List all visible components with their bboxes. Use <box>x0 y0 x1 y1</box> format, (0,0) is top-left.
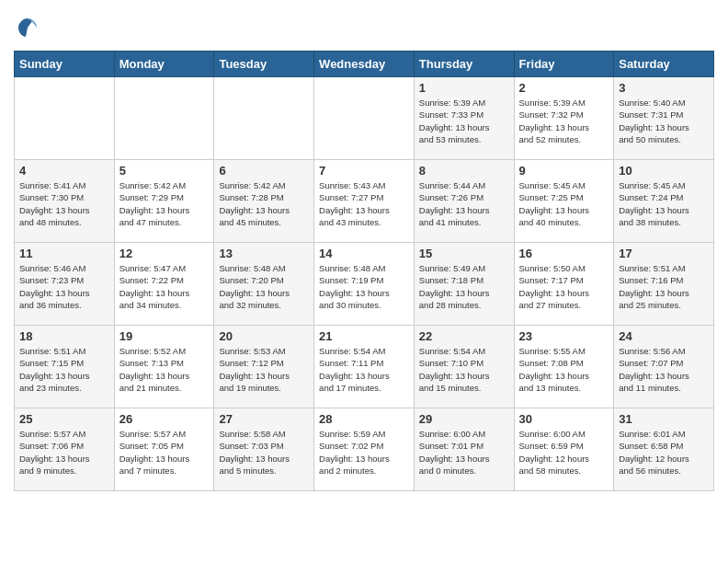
header-monday: Monday <box>114 52 214 77</box>
logo-icon <box>14 14 41 41</box>
calendar-cell: 16Sunrise: 5:50 AM Sunset: 7:17 PM Dayli… <box>514 243 614 326</box>
day-detail: Sunrise: 5:46 AM Sunset: 7:23 PM Dayligh… <box>19 262 109 311</box>
day-number: 8 <box>419 164 509 178</box>
day-number: 13 <box>219 247 309 260</box>
day-detail: Sunrise: 5:55 AM Sunset: 7:08 PM Dayligh… <box>519 345 609 394</box>
calendar-cell: 1Sunrise: 5:39 AM Sunset: 7:33 PM Daylig… <box>414 77 514 160</box>
calendar-cell <box>214 77 314 160</box>
day-number: 20 <box>219 329 309 343</box>
day-detail: Sunrise: 5:47 AM Sunset: 7:22 PM Dayligh… <box>119 262 210 311</box>
week-row-3: 11Sunrise: 5:46 AM Sunset: 7:23 PM Dayli… <box>15 243 714 326</box>
day-number: 12 <box>119 247 210 260</box>
day-detail: Sunrise: 5:48 AM Sunset: 7:20 PM Dayligh… <box>219 262 309 311</box>
calendar-table: SundayMondayTuesdayWednesdayThursdayFrid… <box>14 51 714 491</box>
calendar-cell: 8Sunrise: 5:44 AM Sunset: 7:26 PM Daylig… <box>414 160 514 243</box>
day-detail: Sunrise: 5:39 AM Sunset: 7:33 PM Dayligh… <box>419 97 509 145</box>
calendar-cell: 10Sunrise: 5:45 AM Sunset: 7:24 PM Dayli… <box>614 160 714 243</box>
day-detail: Sunrise: 5:57 AM Sunset: 7:06 PM Dayligh… <box>19 428 109 477</box>
day-number: 17 <box>619 247 709 260</box>
day-number: 16 <box>519 247 609 260</box>
day-detail: Sunrise: 5:48 AM Sunset: 7:19 PM Dayligh… <box>319 262 409 311</box>
calendar-cell: 14Sunrise: 5:48 AM Sunset: 7:19 PM Dayli… <box>314 243 415 326</box>
calendar-cell <box>15 77 115 160</box>
day-detail: Sunrise: 5:51 AM Sunset: 7:16 PM Dayligh… <box>619 262 709 311</box>
day-detail: Sunrise: 5:56 AM Sunset: 7:07 PM Dayligh… <box>619 345 709 394</box>
calendar-cell: 12Sunrise: 5:47 AM Sunset: 7:22 PM Dayli… <box>114 243 214 326</box>
calendar-cell: 7Sunrise: 5:43 AM Sunset: 7:27 PM Daylig… <box>314 160 415 243</box>
calendar-cell: 13Sunrise: 5:48 AM Sunset: 7:20 PM Dayli… <box>214 243 314 326</box>
calendar-cell: 21Sunrise: 5:54 AM Sunset: 7:11 PM Dayli… <box>314 326 415 408</box>
calendar-cell <box>114 77 214 160</box>
day-detail: Sunrise: 5:41 AM Sunset: 7:30 PM Dayligh… <box>19 179 109 228</box>
day-detail: Sunrise: 5:49 AM Sunset: 7:18 PM Dayligh… <box>419 262 509 311</box>
day-detail: Sunrise: 5:43 AM Sunset: 7:27 PM Dayligh… <box>319 179 409 228</box>
day-detail: Sunrise: 5:50 AM Sunset: 7:17 PM Dayligh… <box>519 262 609 311</box>
calendar-cell: 17Sunrise: 5:51 AM Sunset: 7:16 PM Dayli… <box>614 243 714 326</box>
day-detail: Sunrise: 5:57 AM Sunset: 7:05 PM Dayligh… <box>119 428 210 477</box>
day-number: 24 <box>619 329 709 343</box>
day-detail: Sunrise: 5:42 AM Sunset: 7:29 PM Dayligh… <box>119 179 210 228</box>
day-number: 1 <box>419 81 509 95</box>
day-number: 27 <box>219 412 309 426</box>
week-row-2: 4Sunrise: 5:41 AM Sunset: 7:30 PM Daylig… <box>15 160 714 243</box>
day-number: 4 <box>19 164 109 178</box>
day-number: 9 <box>519 164 609 178</box>
day-detail: Sunrise: 5:58 AM Sunset: 7:03 PM Dayligh… <box>219 428 309 477</box>
day-detail: Sunrise: 5:45 AM Sunset: 7:25 PM Dayligh… <box>519 179 609 228</box>
calendar-cell: 25Sunrise: 5:57 AM Sunset: 7:06 PM Dayli… <box>15 408 115 491</box>
day-number: 3 <box>619 81 709 95</box>
calendar-header-row: SundayMondayTuesdayWednesdayThursdayFrid… <box>15 52 714 77</box>
day-number: 15 <box>419 247 509 260</box>
day-number: 30 <box>519 412 609 426</box>
day-detail: Sunrise: 5:59 AM Sunset: 7:02 PM Dayligh… <box>319 428 409 477</box>
day-number: 31 <box>619 412 709 426</box>
day-number: 29 <box>419 412 509 426</box>
week-row-1: 1Sunrise: 5:39 AM Sunset: 7:33 PM Daylig… <box>15 77 714 160</box>
day-number: 19 <box>119 329 210 343</box>
day-detail: Sunrise: 5:42 AM Sunset: 7:28 PM Dayligh… <box>219 179 309 228</box>
week-row-4: 18Sunrise: 5:51 AM Sunset: 7:15 PM Dayli… <box>15 326 714 408</box>
calendar-cell: 23Sunrise: 5:55 AM Sunset: 7:08 PM Dayli… <box>514 326 614 408</box>
calendar-cell <box>314 77 415 160</box>
day-number: 6 <box>219 164 309 178</box>
day-number: 7 <box>319 164 409 178</box>
day-detail: Sunrise: 6:00 AM Sunset: 6:59 PM Dayligh… <box>519 428 609 477</box>
calendar-cell: 29Sunrise: 6:00 AM Sunset: 7:01 PM Dayli… <box>414 408 514 491</box>
day-number: 21 <box>319 329 409 343</box>
day-detail: Sunrise: 6:00 AM Sunset: 7:01 PM Dayligh… <box>419 428 509 477</box>
header-wednesday: Wednesday <box>314 52 415 77</box>
day-number: 23 <box>519 329 609 343</box>
day-detail: Sunrise: 5:44 AM Sunset: 7:26 PM Dayligh… <box>419 179 509 228</box>
day-detail: Sunrise: 6:01 AM Sunset: 6:58 PM Dayligh… <box>619 428 709 477</box>
logo <box>14 14 47 41</box>
header-thursday: Thursday <box>414 52 514 77</box>
day-number: 22 <box>419 329 509 343</box>
day-detail: Sunrise: 5:39 AM Sunset: 7:32 PM Dayligh… <box>519 97 609 145</box>
calendar-cell: 31Sunrise: 6:01 AM Sunset: 6:58 PM Dayli… <box>614 408 714 491</box>
header-saturday: Saturday <box>614 52 714 77</box>
calendar-cell: 28Sunrise: 5:59 AM Sunset: 7:02 PM Dayli… <box>314 408 415 491</box>
day-detail: Sunrise: 5:52 AM Sunset: 7:13 PM Dayligh… <box>119 345 210 394</box>
day-detail: Sunrise: 5:45 AM Sunset: 7:24 PM Dayligh… <box>619 179 709 228</box>
calendar-cell: 18Sunrise: 5:51 AM Sunset: 7:15 PM Dayli… <box>15 326 115 408</box>
calendar-cell: 3Sunrise: 5:40 AM Sunset: 7:31 PM Daylig… <box>614 77 714 160</box>
day-number: 2 <box>519 81 609 95</box>
day-detail: Sunrise: 5:51 AM Sunset: 7:15 PM Dayligh… <box>19 345 109 394</box>
calendar-cell: 4Sunrise: 5:41 AM Sunset: 7:30 PM Daylig… <box>15 160 115 243</box>
day-number: 11 <box>19 247 109 260</box>
day-number: 10 <box>619 164 709 178</box>
calendar-cell: 26Sunrise: 5:57 AM Sunset: 7:05 PM Dayli… <box>114 408 214 491</box>
day-number: 14 <box>319 247 409 260</box>
day-detail: Sunrise: 5:54 AM Sunset: 7:11 PM Dayligh… <box>319 345 409 394</box>
calendar-cell: 27Sunrise: 5:58 AM Sunset: 7:03 PM Dayli… <box>214 408 314 491</box>
header-sunday: Sunday <box>15 52 115 77</box>
page-header <box>14 14 714 41</box>
day-number: 26 <box>119 412 210 426</box>
week-row-5: 25Sunrise: 5:57 AM Sunset: 7:06 PM Dayli… <box>15 408 714 491</box>
calendar-cell: 20Sunrise: 5:53 AM Sunset: 7:12 PM Dayli… <box>214 326 314 408</box>
day-number: 18 <box>19 329 109 343</box>
calendar-cell: 11Sunrise: 5:46 AM Sunset: 7:23 PM Dayli… <box>15 243 115 326</box>
day-detail: Sunrise: 5:54 AM Sunset: 7:10 PM Dayligh… <box>419 345 509 394</box>
day-number: 28 <box>319 412 409 426</box>
calendar-cell: 2Sunrise: 5:39 AM Sunset: 7:32 PM Daylig… <box>514 77 614 160</box>
